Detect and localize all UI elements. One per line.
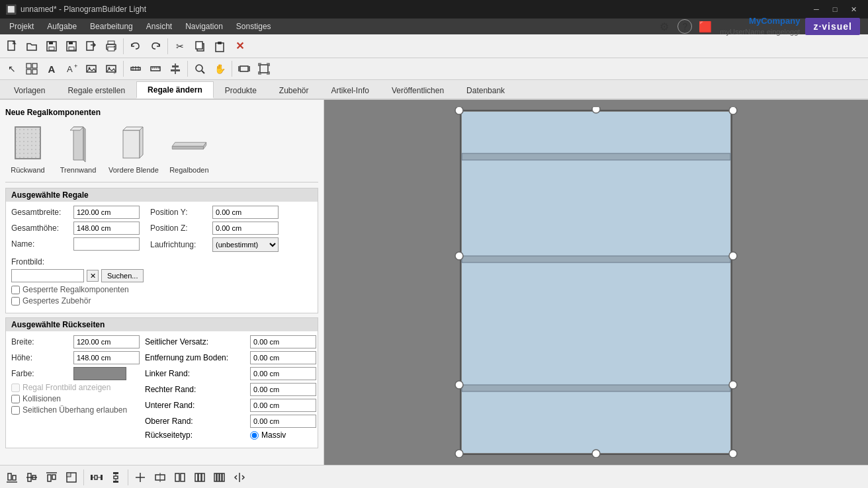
fit-width-tool[interactable]: [235, 60, 253, 78]
tab-zubehoer[interactable]: Zubehör: [268, 81, 320, 99]
print-button[interactable]: [102, 37, 120, 56]
pos-y-input[interactable]: [212, 206, 279, 219]
toggle-view-button[interactable]: [62, 468, 81, 487]
tab-regale-erstellen[interactable]: Regale erstellen: [56, 81, 136, 99]
component-trennwand[interactable]: Trennwand: [56, 121, 101, 177]
back-height-input[interactable]: [73, 351, 140, 364]
menu-aufgabe[interactable]: Aufgabe: [40, 19, 83, 34]
total-height-input[interactable]: [73, 222, 140, 235]
measure-tool[interactable]: [126, 60, 145, 78]
svg-rect-6: [69, 47, 74, 50]
back-width-label: Breite:: [11, 337, 71, 346]
direction-label: Laufrichtung:: [150, 240, 210, 249]
help-icon[interactable]: ?: [677, 19, 692, 34]
select-tool[interactable]: ↖: [3, 60, 21, 78]
svg-rect-75: [13, 475, 16, 480]
maximize-button[interactable]: □: [826, 3, 844, 16]
menu-bearbeitung[interactable]: Bearbeitung: [83, 19, 140, 34]
name-input[interactable]: [73, 237, 140, 251]
front-image-tool[interactable]: F: [102, 60, 120, 78]
tabbar: Vorlagen Regale erstellen Regale ändern …: [0, 80, 868, 100]
component-rueckwand[interactable]: Rückwand: [5, 121, 50, 177]
redo-button[interactable]: [146, 37, 165, 56]
center-v-button[interactable]: [22, 468, 41, 487]
bottom-b3[interactable]: [171, 468, 189, 487]
dist-h-button[interactable]: [87, 468, 105, 487]
add-label-tool[interactable]: A+: [62, 60, 81, 78]
open-button[interactable]: [22, 37, 41, 56]
bottom-margin-input[interactable]: [250, 399, 316, 412]
show-frontbild-label: Regal Frontbild anzeigen: [22, 383, 110, 392]
direction-select[interactable]: (unbestimmt): [212, 237, 279, 252]
paste-button[interactable]: [210, 37, 229, 56]
allow-overhang-checkbox[interactable]: [11, 406, 20, 415]
locked-components-checkbox[interactable]: [11, 286, 20, 294]
tab-regale-aendern[interactable]: Regale ändern: [136, 81, 214, 99]
component-vordere-blende[interactable]: Vordere Blende: [106, 121, 161, 177]
text-tool[interactable]: A: [42, 60, 61, 78]
locked-accessories-checkbox[interactable]: [11, 297, 20, 305]
bottom-b4[interactable]: [191, 468, 209, 487]
right-margin-input[interactable]: [250, 383, 316, 396]
bottom-b2[interactable]: [151, 468, 169, 487]
svg-rect-43: [240, 66, 248, 71]
rueckseitetyp-massiv-radio[interactable]: [250, 431, 259, 440]
left-margin-input[interactable]: [250, 367, 316, 380]
align-top-button[interactable]: [42, 468, 61, 487]
delete-button[interactable]: ✕: [230, 37, 249, 56]
copy-button[interactable]: [191, 37, 209, 56]
frontbild-search-input[interactable]: [11, 269, 84, 282]
svg-rect-63: [462, 385, 730, 391]
tab-vorlagen[interactable]: Vorlagen: [3, 81, 56, 99]
cut-button[interactable]: ✂: [171, 37, 189, 56]
zoom-tool[interactable]: [191, 60, 209, 78]
ausgewaehlte-rueckseiten-section: Ausgewählte Rückseiten Breite: Höhe: Far…: [5, 317, 318, 448]
side-offset-input[interactable]: [250, 335, 316, 348]
frontbild-search-button[interactable]: Suchen...: [101, 269, 144, 282]
pos-z-input[interactable]: [212, 222, 279, 235]
dist-v-button[interactable]: [107, 468, 125, 487]
settings-icon[interactable]: ⚙: [655, 17, 673, 36]
close-button[interactable]: ✕: [844, 3, 863, 16]
floor-dist-label: Entfernung zum Boden:: [145, 353, 247, 362]
align-bottom-button[interactable]: [3, 468, 21, 487]
save-button[interactable]: [42, 37, 61, 56]
menu-projekt[interactable]: Projekt: [3, 19, 40, 34]
component-regalboden[interactable]: Regalboden: [167, 121, 212, 177]
menu-navigation[interactable]: Navigation: [179, 19, 230, 34]
multi-select-tool[interactable]: [22, 60, 41, 78]
alert-icon[interactable]: 🟥: [696, 17, 715, 36]
menu-sonstiges[interactable]: Sonstiges: [230, 19, 278, 34]
bottom-b1[interactable]: [131, 468, 150, 487]
total-width-input[interactable]: [73, 206, 140, 219]
save-as-button[interactable]: +: [62, 37, 81, 56]
floor-dist-input[interactable]: [250, 351, 316, 364]
svg-marker-52: [83, 127, 85, 162]
back-width-input[interactable]: [73, 335, 140, 348]
menu-ansicht[interactable]: Ansicht: [140, 19, 179, 34]
bottom-b5[interactable]: [210, 468, 229, 487]
svg-point-41: [196, 65, 202, 71]
svg-marker-50: [73, 127, 83, 160]
back-color-picker[interactable]: [73, 367, 126, 380]
undo-button[interactable]: [126, 37, 145, 56]
image-tool[interactable]: [82, 60, 101, 78]
pan-tool[interactable]: ✋: [210, 60, 229, 78]
export-button[interactable]: [82, 37, 101, 56]
align-tool[interactable]: [166, 60, 185, 78]
ausgewaehlte-regale-section: Ausgewählte Regale Gesamtbreite: Gesamth…: [5, 188, 318, 313]
svg-point-65: [455, 252, 463, 260]
tab-veroeffentlichen[interactable]: Veröffentlichen: [380, 81, 455, 99]
bottom-b6[interactable]: [230, 468, 249, 487]
fit-all-tool[interactable]: [255, 60, 273, 78]
tab-artikel-info[interactable]: Artikel-Info: [320, 81, 380, 99]
tab-datenbank[interactable]: Datenbank: [455, 81, 516, 99]
frontbild-clear-button[interactable]: ✕: [87, 270, 99, 282]
ruler-tool[interactable]: [146, 60, 165, 78]
tab-produkte[interactable]: Produkte: [214, 81, 268, 99]
collisions-checkbox[interactable]: [11, 395, 20, 403]
canvas-area[interactable]: [324, 100, 868, 465]
top-margin-input[interactable]: [250, 415, 316, 428]
new-button[interactable]: [3, 37, 21, 56]
minimize-button[interactable]: ─: [807, 3, 826, 16]
